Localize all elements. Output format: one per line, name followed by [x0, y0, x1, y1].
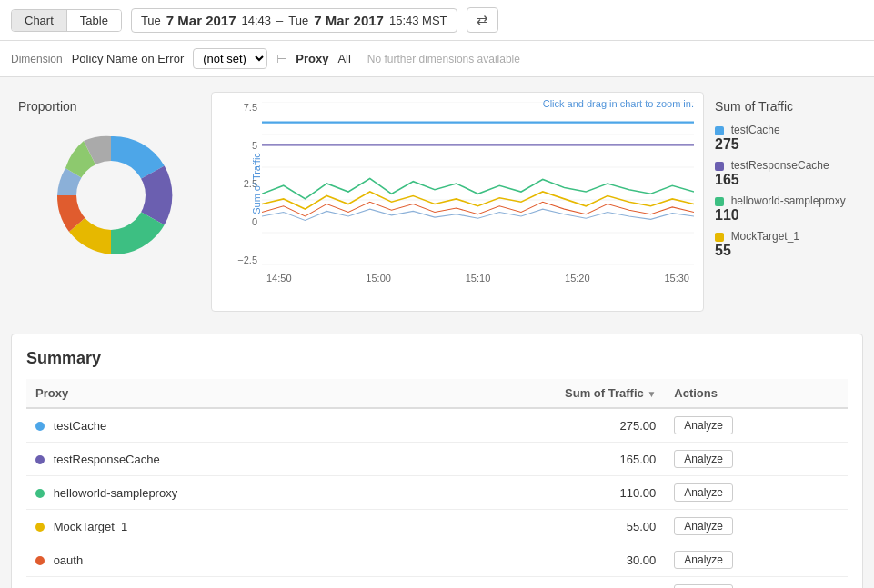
summary-tbody: testCache 275.00 Analyze testResponseCac…	[26, 408, 848, 588]
analyze-button[interactable]: Analyze	[674, 517, 733, 535]
y-0: 0	[252, 216, 257, 227]
summary-table: Proxy Sum of Traffic ▼ Actions testCache…	[26, 379, 848, 588]
legend-item-value: 110	[715, 207, 852, 224]
table-row: testResponseCache 165.00 Analyze	[26, 443, 848, 476]
summary-section: Summary Proxy Sum of Traffic ▼ Actions t…	[11, 334, 863, 588]
proportion-title: Proportion	[18, 99, 204, 114]
y-axis-label: Sum of Traffic	[251, 153, 262, 214]
proxy-name: testResponseCache	[54, 453, 160, 466]
svg-point-0	[76, 161, 146, 230]
legend-item-name: testCache	[731, 124, 780, 136]
legend-color-dot	[715, 233, 724, 242]
analyze-button[interactable]: Analyze	[674, 551, 733, 569]
table-row: sandbox 22.00 Analyze	[26, 577, 848, 589]
action-cell: Analyze	[665, 408, 848, 443]
table-row: helloworld-sampleproxy 110.00 Analyze	[26, 476, 848, 510]
proxy-name: testCache	[54, 419, 107, 433]
traffic-cell: 275.00	[406, 408, 665, 443]
chart-section: Proportion	[11, 92, 863, 312]
date1: 7 Mar 2017	[166, 13, 236, 28]
traffic-cell: 110.00	[406, 476, 665, 510]
date-range: Tue 7 Mar 2017 14:43 – Tue 7 Mar 2017 15…	[131, 8, 457, 33]
x-14:50: 14:50	[266, 273, 292, 284]
summary-title: Summary	[26, 349, 848, 368]
analyze-button[interactable]: Analyze	[674, 416, 733, 434]
proxy-name: helloworld-sampleproxy	[54, 486, 178, 500]
chart-tab[interactable]: Chart	[12, 10, 67, 31]
row-color-dot	[35, 489, 45, 498]
dimension-select[interactable]: (not set)	[193, 48, 267, 69]
action-cell: Analyze	[665, 510, 848, 543]
analyze-button[interactable]: Analyze	[674, 584, 733, 588]
dimension-label: Dimension	[11, 53, 63, 65]
dimension-bar: Dimension Policy Name on Error (not set)…	[0, 41, 874, 77]
x-15:20: 15:20	[565, 273, 590, 284]
tab-group: Chart Table	[11, 9, 122, 32]
col-actions: Actions	[665, 379, 848, 408]
table-tab[interactable]: Table	[67, 10, 121, 31]
legend-color-dot	[715, 197, 724, 206]
row-color-dot	[35, 455, 45, 464]
legend-item: testResponseCache 165	[715, 158, 852, 188]
row-color-dot	[35, 523, 45, 532]
dimension-value: Policy Name on Error	[72, 52, 185, 65]
proxy-name: MockTarget_1	[54, 520, 128, 533]
proxy-name: oauth	[54, 553, 84, 567]
action-cell: Analyze	[665, 543, 848, 577]
legend-item-name: testResponseCache	[731, 159, 829, 172]
proxy-cell: testResponseCache	[26, 443, 406, 476]
legend-item: helloworld-sampleproxy 110	[715, 194, 852, 224]
traffic-cell: 165.00	[406, 443, 665, 476]
legend-items: testCache 275 testResponseCache 165 hell…	[715, 123, 852, 259]
traffic-cell: 30.00	[406, 543, 665, 577]
traffic-cell: 55.00	[406, 510, 665, 543]
dimension-separator-icon: ⊢	[276, 52, 286, 65]
analyze-button[interactable]: Analyze	[674, 483, 733, 502]
day1: Tue	[141, 14, 161, 27]
legend-item-value: 275	[715, 136, 852, 153]
legend-color-dot	[715, 126, 724, 135]
legend-item-value: 165	[715, 172, 852, 188]
y-5: 5	[252, 140, 257, 151]
time2: 15:43 MST	[389, 14, 447, 27]
legend-color-dot	[715, 162, 724, 171]
col-traffic: Sum of Traffic ▼	[406, 379, 665, 408]
x-15:00: 15:00	[366, 273, 391, 284]
proxy-cell: testCache	[26, 408, 406, 443]
legend-item: testCache 275	[715, 123, 852, 153]
y-neg2.5: −2.5	[237, 254, 257, 265]
donut-container	[38, 123, 184, 268]
row-color-dot	[35, 556, 45, 565]
action-cell: Analyze	[665, 443, 848, 476]
legend-item-name: MockTarget_1	[731, 230, 799, 243]
legend-item: MockTarget_1 55	[715, 229, 852, 259]
action-cell: Analyze	[665, 476, 848, 510]
proxy-cell: oauth	[26, 543, 406, 577]
all-link[interactable]: All	[337, 52, 350, 65]
table-row: MockTarget_1 55.00 Analyze	[26, 510, 848, 543]
donut-chart	[38, 123, 184, 268]
legend-title: Sum of Traffic	[715, 99, 852, 114]
dimension-note: No further dimensions available	[367, 53, 520, 65]
proportion-area: Proportion	[11, 92, 211, 312]
table-row: oauth 30.00 Analyze	[26, 543, 848, 577]
date2: 7 Mar 2017	[314, 13, 384, 28]
line-chart-svg	[262, 102, 694, 265]
legend-item-name: helloworld-sampleproxy	[731, 194, 846, 207]
refresh-button[interactable]: ⇄	[467, 7, 498, 33]
traffic-cell: 22.00	[406, 577, 665, 589]
line-chart-area[interactable]: Click and drag in chart to zoom in. 7.5 …	[211, 92, 704, 312]
x-15:10: 15:10	[466, 273, 491, 284]
row-color-dot	[35, 422, 45, 431]
x-15:30: 15:30	[664, 273, 689, 284]
time1: 14:43	[242, 14, 272, 27]
legend-area: Sum of Traffic testCache 275 testRespons…	[704, 92, 863, 312]
analyze-button[interactable]: Analyze	[674, 450, 733, 468]
top-bar: Chart Table Tue 7 Mar 2017 14:43 – Tue 7…	[0, 0, 874, 41]
proxy-cell: MockTarget_1	[26, 510, 406, 543]
main-content: Proportion	[0, 77, 874, 588]
proxy-link[interactable]: Proxy	[296, 52, 328, 65]
y-7.5: 7.5	[244, 102, 257, 113]
table-row: testCache 275.00 Analyze	[26, 408, 848, 443]
proxy-cell: helloworld-sampleproxy	[26, 476, 406, 510]
